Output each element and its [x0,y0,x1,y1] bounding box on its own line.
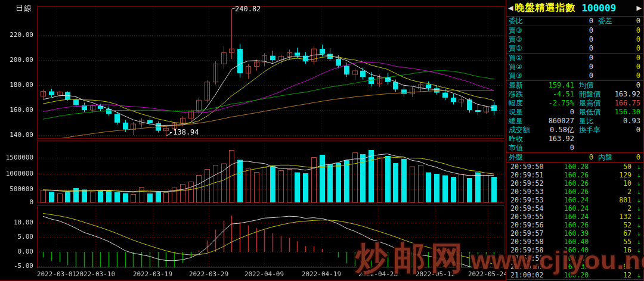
info-row-value: 163.92 [535,135,574,143]
tick-time: 20:59:53 [506,196,547,204]
volume-axis-label: 1500000 [0,154,33,161]
order-imbalance-section: 委比0委差0 [506,17,643,26]
macd-axis-label: 5.00 [0,233,33,241]
ask-price: 0 [535,26,593,35]
prev-stock-arrow-icon[interactable]: ◀ [506,4,515,12]
info-row-value: -2.75% [535,99,574,108]
tick-time: 20:59:59 [506,263,547,271]
price-axis-label: 140.00 [0,132,33,139]
tick-qty: 801 [605,196,631,204]
tick-qty: 55 [605,238,631,246]
tick-row: 21:00:02160.2012↓ [506,271,643,279]
tick-qty: 16 [605,246,631,254]
ask-price: 0 [535,44,593,53]
tick-time: 20:59:50 [506,163,547,171]
tick-price: 160.24 [547,196,605,204]
tick-qty: 94 [605,263,631,271]
info-row: 漲跌-4.51開盤價163.92 [506,90,643,99]
bid-row: 買③00 [506,71,643,80]
lot-row: 外盤0內盤0 [506,153,643,162]
tick-price: 160.26 [547,179,605,188]
outer-inner-lot-section: 外盤0內盤0 [506,153,643,163]
tick-qty: 67 [605,229,631,238]
tick-row: 20:59:57160.3967↓ [506,229,643,238]
tick-row: 20:59:51160.26129↓ [506,171,643,179]
tick-row: 20:59:53160.262↓ [506,188,643,196]
info-row-value: 0 [535,108,574,117]
down-arrow-icon: ↓ [631,196,643,204]
tick-qty: 12 [605,271,631,279]
info-row: 成交額0.58亿換手率0 [506,126,643,135]
tick-price: 160.26 [547,171,605,179]
weibi-row-value: 0 [535,17,593,26]
down-arrow-icon: ↓ [631,254,643,263]
bid-label: 買③ [506,71,535,80]
tick-price: 160.40 [547,238,605,246]
info-row-value: -4.51 [535,90,574,99]
tick-qty: 132 [605,213,631,221]
tick-price: 160.38 [547,263,605,271]
weibi-row-label: 委比 [506,17,535,26]
bid-qty: 0 [593,71,643,80]
date-axis-label: 2022-04-19 [296,270,346,278]
info-row: 市值0 [506,143,643,152]
down-arrow-icon: ↓ [631,188,643,196]
bid-row: 買②00 [506,63,643,71]
price-axis-label: 160.00 [0,107,33,114]
info-row-label2: 量比 [579,117,608,126]
bid-label: 買② [506,63,535,71]
tick-time: 21:00:02 [506,271,547,279]
tick-row: 20:59:56160.2652↓ [506,221,643,229]
tick-price: 160.40 [547,254,605,263]
tick-qty: 129 [605,171,631,179]
info-row-label: 漲跌 [506,90,535,99]
macd-axis-label: 0.00 [0,248,33,255]
down-arrow-icon: ↓ [631,213,643,221]
weibi-row: 委比0委差0 [506,17,643,26]
volume-axis-label: 500000 [0,186,33,193]
info-row-value2: 0 [608,126,643,135]
tick-time: 20:59:52 [506,179,547,188]
lot-row-label2: 內盤 [598,153,627,162]
kline-chart-canvas[interactable] [0,0,506,281]
tick-qty: 2 [605,188,631,196]
tick-row: 20:59:55160.24132↓ [506,213,643,221]
info-row-label: 總量 [506,117,535,126]
info-row-label2: 最低價 [579,108,608,117]
tick-time: 20:59:55 [506,213,547,221]
date-axis-label: 2022-04-09 [239,270,289,278]
period-label[interactable]: 日線 [16,3,32,14]
tick-qty: 10 [605,179,631,188]
info-row-label2: 均價 [579,81,608,90]
info-row: 昨收163.92 [506,135,643,143]
tick-row: 20:59:59160.3894↓ [506,263,643,271]
info-row-label2: 最高價 [579,99,608,108]
info-row-value: 0 [535,143,574,152]
info-row-value2: 156.30 [608,108,643,117]
tick-qty: 50 [605,163,631,171]
tick-price: 160.24 [547,204,605,213]
macd-axis-label: -5.00 [0,263,33,270]
tick-time: 20:59:58 [506,238,547,246]
tick-time: 20:59:51 [506,171,547,179]
bid-price: 0 [535,63,593,71]
tick-row: 20:59:58160.4055↓ [506,238,643,246]
time-sales-list[interactable]: 20:59:50160.2850↓20:59:51160.26129↓20:59… [506,163,643,279]
next-stock-arrow-icon[interactable]: ▶ [635,4,643,12]
info-row-label: 現量 [506,108,535,117]
bid-qty: 0 [593,54,643,63]
price-axis-label: 220.00 [0,32,33,39]
bid-price: 0 [535,71,593,80]
tick-price: 160.39 [547,229,605,238]
quote-header: ◀ 晚盤精選指數 100009 ▶ [506,0,643,17]
kline-chart-region: 日線 220.00200.00180.00160.00140.001500000… [0,0,506,281]
tick-row: 20:59:50160.2850↓ [506,163,643,171]
info-row-label2: 換手率 [579,126,608,135]
ask-row: 賣①00 [506,44,643,53]
bid-qty: 0 [593,63,643,71]
ask-qty: 0 [593,26,643,35]
down-arrow-icon: ↓ [631,271,643,279]
tick-price: 160.26 [547,221,605,229]
tick-time: 20:59:54 [506,204,547,213]
lot-row-value2: 0 [627,153,643,162]
